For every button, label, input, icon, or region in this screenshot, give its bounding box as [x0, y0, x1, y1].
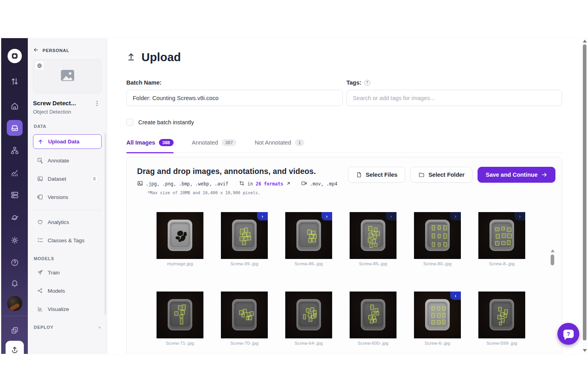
roboflow-logo-icon[interactable]: [8, 49, 22, 63]
sidebar-item-label: Analytics: [48, 219, 69, 225]
scroll-up-icon[interactable]: [583, 40, 587, 42]
sidebar-item-analytics[interactable]: Analytics: [33, 215, 102, 229]
sidebar-item-dataset[interactable]: Dataset0: [33, 172, 102, 185]
sidebar-item-models[interactable]: Models: [33, 284, 102, 297]
home-icon[interactable]: [7, 98, 23, 114]
image-thumbnail[interactable]: [221, 292, 268, 338]
grid-scroll-up-icon[interactable]: [551, 249, 555, 252]
swap-vertical-icon[interactable]: [7, 73, 23, 89]
image-thumbnail[interactable]: ›: [350, 212, 397, 259]
sidebar-item-train[interactable]: Train: [33, 266, 102, 279]
annotation-box: [368, 238, 371, 243]
upload-tray-icon[interactable]: [6, 341, 24, 354]
image-thumbnail[interactable]: [157, 212, 203, 259]
save-and-continue-button[interactable]: Save and Continue: [478, 167, 555, 183]
annotation-box: [303, 314, 306, 319]
tab-label: All Images: [126, 139, 155, 146]
image-thumbnail[interactable]: ›: [414, 212, 461, 259]
sidebar-item-classes-tags[interactable]: Classes & Tags: [33, 234, 102, 247]
create-batch-checkbox[interactable]: [126, 119, 133, 126]
annotation-box: [498, 307, 502, 311]
image-filename: Screw-599-.jpg: [478, 341, 525, 346]
dropzone[interactable]: Drag and drop images, annotations, and v…: [126, 157, 562, 354]
rows-icon[interactable]: [7, 187, 23, 203]
image-filename: Screw-80-.jpg: [414, 261, 461, 266]
page-title: Upload: [141, 51, 181, 64]
tab-all-images[interactable]: All Images388: [126, 137, 174, 153]
page-scrollbar[interactable]: [582, 38, 587, 354]
annotation-box: [499, 322, 502, 325]
sidebar-divider: [34, 210, 101, 210]
back-to-workspace[interactable]: PERSONAL: [33, 47, 102, 54]
gear-icon[interactable]: [7, 232, 23, 248]
project-sidebar: PERSONAL Screw Detect... ⋮ Object Detect…: [28, 38, 107, 354]
sidebar-item-annotate[interactable]: Annotate: [33, 154, 102, 167]
chevron-right-icon[interactable]: ›: [450, 212, 461, 220]
image-cell: ›Screw-80-.jpg: [414, 212, 461, 266]
select-files-button[interactable]: Select Files: [348, 167, 406, 183]
annotation-box: [180, 319, 183, 324]
copy-stack-icon[interactable]: [7, 322, 23, 338]
image-thumbnail[interactable]: ›: [478, 212, 525, 259]
tags-input[interactable]: [346, 90, 562, 106]
annotation-box: [432, 234, 435, 238]
project-thumbnail[interactable]: [33, 59, 102, 93]
annotation-box: [180, 315, 183, 318]
annotation-box: [313, 313, 317, 317]
arrow-right-icon: [541, 172, 547, 178]
image-cell: ›Screw-85-.jpg: [350, 212, 397, 266]
image-thumbnail[interactable]: ›: [285, 212, 332, 259]
inbox-icon[interactable]: [7, 120, 23, 136]
annotation-box: [438, 243, 441, 247]
annotation-box: [431, 307, 435, 311]
tags-label: Tags: ?: [346, 79, 370, 86]
tags-help-icon[interactable]: ?: [364, 80, 370, 86]
image-cell: Screw-71-.jpg: [157, 292, 203, 346]
help-chat-button[interactable]: ?: [557, 323, 579, 345]
annotation-box: [370, 305, 374, 310]
project-type: Object Detection: [33, 109, 102, 115]
annotation-box: [501, 241, 506, 245]
sidebar-item-versions[interactable]: Versions: [33, 190, 102, 204]
image-cell: Screw-600-.jpg: [350, 292, 397, 346]
chevron-right-icon[interactable]: ›: [321, 212, 332, 220]
chevron-right-icon[interactable]: ›: [257, 212, 268, 220]
image-thumbnail[interactable]: ›: [221, 212, 268, 259]
chevron-right-icon[interactable]: ›: [386, 212, 397, 220]
batch-name-input[interactable]: [126, 90, 343, 106]
planet-icon[interactable]: [7, 210, 23, 226]
chevron-right-icon[interactable]: ›: [450, 292, 461, 300]
grid-scroll-thumb[interactable]: [551, 255, 554, 265]
image-thumbnail[interactable]: [157, 292, 203, 338]
scroll-down-icon[interactable]: [583, 349, 587, 352]
grid-scrollbar[interactable]: [551, 249, 555, 269]
page-scroll-thumb[interactable]: [583, 44, 586, 340]
sitemap-icon[interactable]: [7, 143, 23, 158]
tab-not-annotated[interactable]: Not Annotated1: [255, 137, 304, 153]
help-circle-icon[interactable]: [7, 255, 23, 270]
chart-line-icon[interactable]: [7, 165, 23, 181]
image-thumbnail[interactable]: [478, 292, 525, 338]
formats-link[interactable]: 26 formats: [256, 181, 283, 187]
sidebar-scrollbar[interactable]: [104, 133, 106, 315]
image-thumbnail[interactable]: ›: [414, 292, 461, 338]
image-thumbnail[interactable]: [285, 292, 332, 338]
user-avatar[interactable]: [7, 296, 22, 311]
annotation-box: [442, 320, 445, 324]
project-menu-kebab-icon[interactable]: ⋮: [93, 99, 102, 107]
image-cell: Screw-599-.jpg: [478, 292, 525, 346]
annotation-box: [369, 243, 373, 248]
annotation-box: [369, 233, 372, 238]
tab-annotated[interactable]: Annotated387: [192, 137, 236, 153]
sidebar-item-visualize[interactable]: Visualize: [33, 302, 102, 316]
chevron-right-icon[interactable]: ›: [514, 212, 525, 220]
icon-rail: [1, 38, 28, 354]
sidebar-item-upload-data[interactable]: Upload Data: [33, 134, 102, 149]
globe-icon: [35, 61, 44, 70]
select-folder-button[interactable]: Select Folder: [410, 167, 472, 183]
chevron-down-icon[interactable]: ▾: [99, 325, 101, 330]
annotation-box: [308, 238, 312, 243]
bell-icon[interactable]: [7, 275, 23, 291]
annotation-box: [442, 307, 446, 311]
image-thumbnail[interactable]: [350, 292, 397, 338]
